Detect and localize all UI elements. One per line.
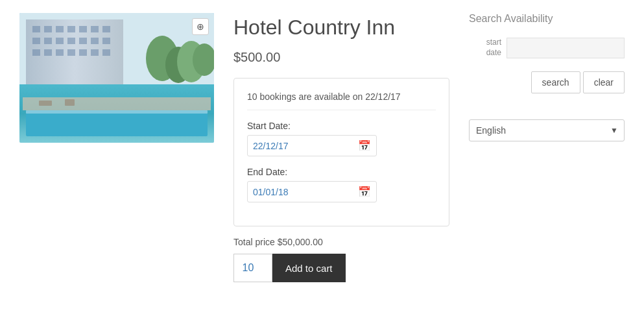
end-date-value: 01/01/18	[253, 187, 358, 197]
svg-rect-6	[67, 26, 75, 32]
end-date-input-wrapper[interactable]: 01/01/18 📅	[247, 181, 377, 202]
svg-rect-22	[91, 49, 99, 56]
svg-rect-20	[67, 49, 75, 56]
svg-rect-17	[32, 49, 40, 56]
start-date-value: 22/12/17	[253, 141, 358, 151]
svg-rect-11	[44, 38, 52, 44]
svg-rect-18	[44, 49, 52, 56]
svg-rect-13	[67, 38, 75, 44]
search-buttons: search clear	[469, 71, 625, 93]
search-start-date-row: start date	[469, 38, 625, 58]
svg-rect-8	[91, 26, 99, 32]
svg-rect-3	[32, 26, 40, 32]
svg-rect-12	[56, 38, 64, 44]
start-date-calendar-icon[interactable]: 📅	[358, 139, 371, 152]
search-start-date-input[interactable]	[507, 38, 625, 58]
svg-rect-9	[102, 26, 110, 32]
svg-rect-4	[44, 26, 52, 32]
total-price: Total price $50,000.00	[233, 237, 449, 247]
clear-button[interactable]: clear	[583, 71, 625, 93]
language-select[interactable]: English French Spanish German	[469, 119, 625, 141]
svg-rect-31	[26, 110, 208, 114]
search-availability-panel: Search Availability start date search cl…	[469, 13, 625, 282]
search-availability-title: Search Availability	[469, 13, 625, 25]
start-date-input-wrapper[interactable]: 22/12/17 📅	[247, 135, 377, 156]
svg-rect-7	[79, 26, 87, 32]
svg-rect-30	[26, 110, 208, 136]
end-date-calendar-icon[interactable]: 📅	[358, 186, 371, 198]
search-form: start date search clear	[469, 38, 625, 93]
product-price: $500.00	[233, 50, 449, 65]
search-start-date-label: start date	[469, 38, 501, 58]
scenery-svg	[19, 13, 214, 143]
svg-rect-10	[32, 38, 40, 44]
add-to-cart-button[interactable]: Add to cart	[272, 254, 346, 282]
svg-rect-33	[65, 99, 75, 106]
language-select-wrapper: English French Spanish German ▼	[469, 119, 625, 141]
product-details: Hotel Country Inn $500.00 10 bookings ar…	[233, 13, 449, 282]
product-image	[19, 13, 214, 143]
svg-rect-32	[39, 101, 52, 106]
svg-rect-5	[56, 26, 64, 32]
end-date-label: End Date:	[247, 167, 436, 177]
end-date-section: End Date: 01/01/18 📅	[247, 167, 436, 202]
product-title: Hotel Country Inn	[233, 16, 449, 40]
start-date-label: Start Date:	[247, 121, 436, 131]
availability-note: 10 bookings are available on 22/12/17	[247, 91, 436, 110]
svg-rect-19	[56, 49, 64, 56]
quantity-input[interactable]	[233, 254, 272, 282]
zoom-symbol: ⊕	[197, 21, 204, 32]
svg-rect-16	[102, 38, 110, 44]
svg-rect-15	[91, 38, 99, 44]
search-button[interactable]: search	[531, 71, 580, 93]
booking-box: 10 bookings are available on 22/12/17 St…	[233, 78, 449, 226]
cart-row: Add to cart	[233, 254, 449, 282]
zoom-icon[interactable]: ⊕	[192, 18, 209, 35]
start-date-section: Start Date: 22/12/17 📅	[247, 121, 436, 156]
svg-rect-14	[79, 38, 87, 44]
svg-rect-23	[102, 49, 110, 56]
product-image-section: ⊕	[19, 13, 214, 282]
svg-rect-21	[79, 49, 87, 56]
